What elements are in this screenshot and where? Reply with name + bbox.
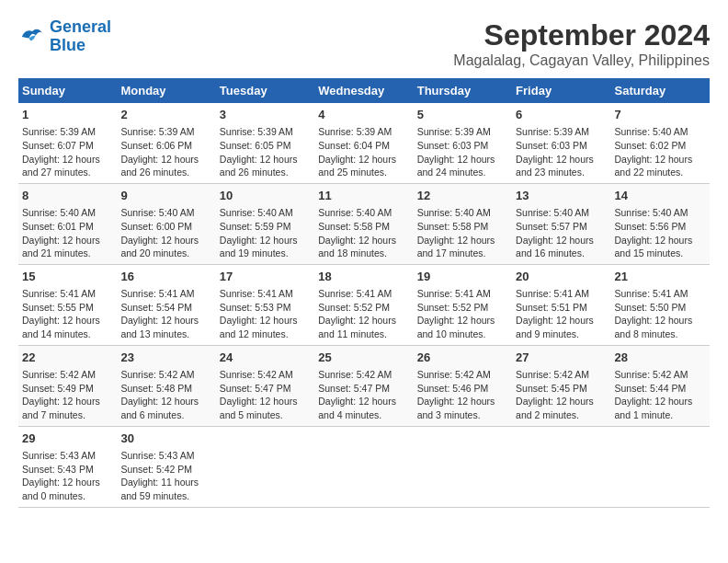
daylight-text: Daylight: 12 hours and 26 minutes. [120,154,199,178]
sunrise-text: Sunrise: 5:40 AM [615,126,688,137]
sunset-text: Sunset: 5:53 PM [220,302,291,313]
header-monday: Monday [117,78,215,103]
calendar-cell [314,426,413,507]
sunrise-text: Sunrise: 5:40 AM [417,207,491,218]
sunrise-text: Sunrise: 5:42 AM [417,369,491,380]
sunset-text: Sunset: 5:58 PM [318,221,390,232]
sunset-text: Sunset: 6:03 PM [516,140,587,151]
calendar-header-row: SundayMondayTuesdayWednesdayThursdayFrid… [18,78,710,103]
sunset-text: Sunset: 5:50 PM [615,302,687,313]
sunrise-text: Sunrise: 5:41 AM [615,288,688,299]
day-number: 10 [220,188,311,204]
day-number: 19 [417,269,508,285]
header-sunday: Sunday [18,78,117,103]
page-header: General Blue September 2024 Magalalag, C… [18,18,710,69]
daylight-text: Daylight: 12 hours and 19 minutes. [220,235,298,259]
daylight-text: Daylight: 12 hours and 15 minutes. [615,235,693,259]
calendar-cell: 9 Sunrise: 5:40 AM Sunset: 6:00 PM Dayli… [117,183,215,264]
sunrise-text: Sunrise: 5:41 AM [220,288,293,299]
calendar-cell: 6 Sunrise: 5:39 AM Sunset: 6:03 PM Dayli… [512,103,610,183]
month-title: September 2024 [453,18,710,52]
daylight-text: Daylight: 12 hours and 18 minutes. [318,235,396,259]
sunrise-text: Sunrise: 5:39 AM [516,126,589,137]
day-number: 13 [516,188,607,204]
logo-text: General Blue [50,18,111,55]
week-row-1: 1 Sunrise: 5:39 AM Sunset: 6:07 PM Dayli… [18,103,710,183]
daylight-text: Daylight: 12 hours and 13 minutes. [120,315,199,339]
daylight-text: Daylight: 12 hours and 23 minutes. [516,154,594,178]
calendar-cell: 12 Sunrise: 5:40 AM Sunset: 5:58 PM Dayl… [414,183,512,264]
calendar-cell: 19 Sunrise: 5:41 AM Sunset: 5:52 PM Dayl… [414,264,512,345]
week-row-4: 22 Sunrise: 5:42 AM Sunset: 5:49 PM Dayl… [18,345,710,426]
day-number: 16 [120,269,211,285]
daylight-text: Daylight: 12 hours and 17 minutes. [417,235,495,259]
daylight-text: Daylight: 12 hours and 27 minutes. [22,154,100,178]
calendar-cell: 27 Sunrise: 5:42 AM Sunset: 5:45 PM Dayl… [512,345,610,426]
calendar-cell: 16 Sunrise: 5:41 AM Sunset: 5:54 PM Dayl… [117,264,215,345]
calendar-cell [611,426,710,507]
week-row-2: 8 Sunrise: 5:40 AM Sunset: 6:01 PM Dayli… [18,183,710,264]
sunset-text: Sunset: 5:42 PM [120,464,192,475]
sunrise-text: Sunrise: 5:42 AM [22,369,96,380]
daylight-text: Daylight: 12 hours and 0 minutes. [22,477,100,501]
sunrise-text: Sunrise: 5:42 AM [220,369,293,380]
day-number: 11 [318,188,409,204]
calendar-cell [512,426,610,507]
sunset-text: Sunset: 5:56 PM [615,221,687,232]
daylight-text: Daylight: 12 hours and 3 minutes. [417,396,495,420]
daylight-text: Daylight: 12 hours and 7 minutes. [22,396,100,420]
header-thursday: Thursday [414,78,512,103]
daylight-text: Daylight: 12 hours and 2 minutes. [516,396,594,420]
sunset-text: Sunset: 5:55 PM [22,302,94,313]
day-number: 5 [417,107,508,123]
calendar-cell: 8 Sunrise: 5:40 AM Sunset: 6:01 PM Dayli… [18,183,117,264]
sunset-text: Sunset: 5:48 PM [120,383,192,394]
calendar-cell: 2 Sunrise: 5:39 AM Sunset: 6:06 PM Dayli… [117,103,215,183]
daylight-text: Daylight: 12 hours and 22 minutes. [615,154,693,178]
sunrise-text: Sunrise: 5:40 AM [318,207,392,218]
calendar-cell [414,426,512,507]
sunset-text: Sunset: 6:00 PM [120,221,192,232]
sunset-text: Sunset: 6:05 PM [220,140,291,151]
day-number: 27 [516,350,607,366]
sunset-text: Sunset: 5:47 PM [220,383,291,394]
sunrise-text: Sunrise: 5:39 AM [318,126,392,137]
sunrise-text: Sunrise: 5:40 AM [516,207,589,218]
calendar-cell: 22 Sunrise: 5:42 AM Sunset: 5:49 PM Dayl… [18,345,117,426]
sunrise-text: Sunrise: 5:42 AM [516,369,589,380]
day-number: 29 [22,431,113,447]
sunset-text: Sunset: 5:59 PM [220,221,291,232]
daylight-text: Daylight: 12 hours and 11 minutes. [318,315,396,339]
day-number: 17 [220,269,311,285]
location-title: Magalalag, Cagayan Valley, Philippines [453,52,710,69]
sunrise-text: Sunrise: 5:40 AM [615,207,688,218]
day-number: 24 [220,350,311,366]
sunset-text: Sunset: 5:47 PM [318,383,390,394]
sunrise-text: Sunrise: 5:39 AM [22,126,96,137]
sunset-text: Sunset: 5:45 PM [516,383,587,394]
day-number: 23 [120,350,211,366]
day-number: 18 [318,269,409,285]
sunrise-text: Sunrise: 5:41 AM [318,288,392,299]
sunrise-text: Sunrise: 5:42 AM [615,369,688,380]
sunrise-text: Sunrise: 5:42 AM [120,369,194,380]
daylight-text: Daylight: 12 hours and 10 minutes. [417,315,495,339]
day-number: 1 [22,107,113,123]
day-number: 2 [120,107,211,123]
daylight-text: Daylight: 12 hours and 6 minutes. [120,396,199,420]
sunset-text: Sunset: 5:58 PM [417,221,489,232]
sunset-text: Sunset: 5:52 PM [417,302,489,313]
daylight-text: Daylight: 12 hours and 12 minutes. [220,315,298,339]
daylight-text: Daylight: 12 hours and 26 minutes. [220,154,298,178]
sunrise-text: Sunrise: 5:40 AM [120,207,194,218]
sunset-text: Sunset: 6:02 PM [615,140,687,151]
day-number: 4 [318,107,409,123]
sunrise-text: Sunrise: 5:40 AM [22,207,96,218]
sunrise-text: Sunrise: 5:40 AM [220,207,293,218]
calendar-cell: 21 Sunrise: 5:41 AM Sunset: 5:50 PM Dayl… [611,264,710,345]
day-number: 7 [615,107,706,123]
logo: General Blue [18,18,111,55]
calendar-cell: 18 Sunrise: 5:41 AM Sunset: 5:52 PM Dayl… [314,264,413,345]
calendar-cell: 17 Sunrise: 5:41 AM Sunset: 5:53 PM Dayl… [216,264,314,345]
sunset-text: Sunset: 5:57 PM [516,221,587,232]
